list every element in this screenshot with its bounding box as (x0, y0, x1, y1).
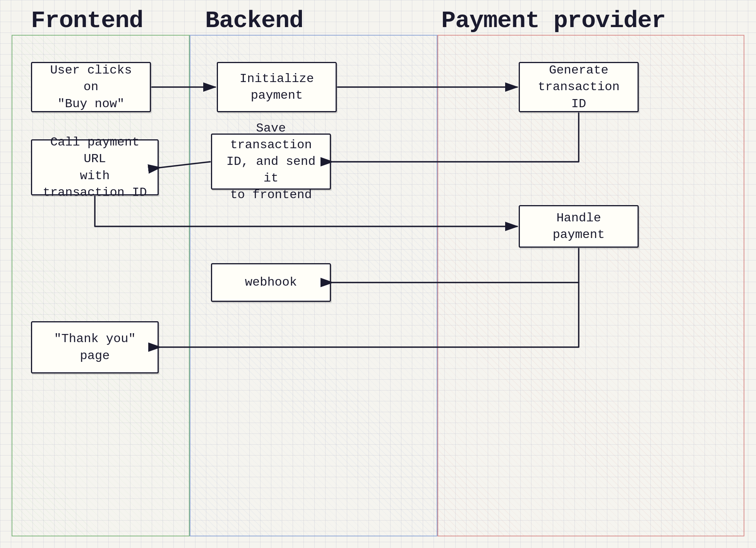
header-payment-provider: Payment provider (441, 7, 665, 34)
box-gen-txid: Generate transaction ID (519, 62, 639, 112)
box-save-txid: Save transaction ID, and send it to fron… (211, 134, 331, 190)
box-thank-you: "Thank you" page (31, 321, 159, 373)
box-init-payment: Initialize payment (217, 62, 337, 112)
header-frontend: Frontend (31, 7, 143, 34)
header-backend: Backend (205, 7, 303, 34)
box-handle-payment: Handle payment (519, 205, 639, 248)
box-buy-now: User clicks on "Buy now" (31, 62, 151, 112)
box-webhook: webhook (211, 263, 331, 302)
box-call-payment: Call payment URL with transaction ID (31, 139, 159, 195)
